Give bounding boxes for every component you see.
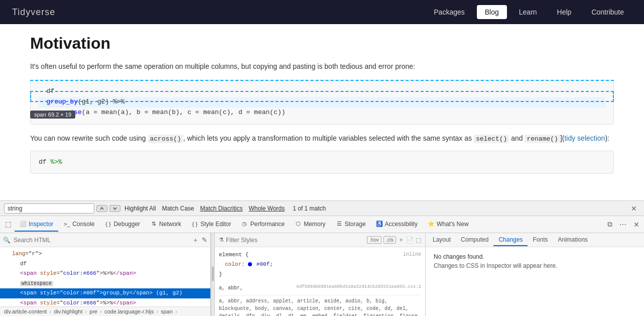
- code-block-1-wrapper: df group_by(g1, g2) %>% summarise(a = me…: [30, 80, 614, 124]
- desc-paragraph-2: You can now rewrite such code using acro…: [30, 133, 614, 145]
- desc2-and: and: [509, 134, 525, 142]
- code-block-1: df group_by(g1, g2) %>% summarise(a = me…: [30, 80, 614, 124]
- nav-packages[interactable]: Packages: [426, 5, 472, 19]
- code2-df: df: [39, 158, 47, 166]
- desc2-before: You can now rewrite such code using: [30, 134, 148, 142]
- page-heading: Motivation: [30, 34, 614, 53]
- select-code: select(): [474, 135, 509, 143]
- main-content: span 69.2 × 19 Motivation It's often use…: [0, 24, 644, 200]
- tooltip-size: 69.2 × 19: [48, 112, 71, 118]
- desc-paragraph-1: It's often useful to perform the same op…: [30, 61, 614, 72]
- nav-help[interactable]: Help: [549, 5, 580, 19]
- nav-learn[interactable]: Learn: [511, 5, 545, 19]
- brand-logo: Tidyverse: [12, 7, 55, 18]
- nav-contribute[interactable]: Contribute: [583, 5, 632, 19]
- code-line-2: group_by(g1, g2) %>%: [39, 97, 605, 108]
- code-block-2: df %>%: [30, 151, 614, 174]
- nav-blog[interactable]: Blog: [477, 5, 507, 19]
- across-code: across(): [148, 135, 183, 143]
- rename-code: rename(): [525, 135, 560, 143]
- tidy-selection-link[interactable]: tidy selection: [564, 134, 605, 142]
- desc2-middle: , which lets you apply a transformation …: [183, 134, 474, 142]
- code-block-2-line: df %>%: [39, 157, 583, 168]
- tooltip-tag: span: [34, 112, 46, 118]
- nav-links: Packages Blog Learn Help Contribute: [426, 5, 632, 19]
- desc2-after: ):: [605, 134, 609, 142]
- element-tooltip: span 69.2 × 19: [30, 111, 75, 119]
- code-line-1: df: [39, 86, 605, 97]
- top-nav: Tidyverse Packages Blog Learn Help Contr…: [0, 0, 644, 24]
- code-line-3: summarise(a = mean(a), b = mean(b), c = …: [39, 108, 605, 118]
